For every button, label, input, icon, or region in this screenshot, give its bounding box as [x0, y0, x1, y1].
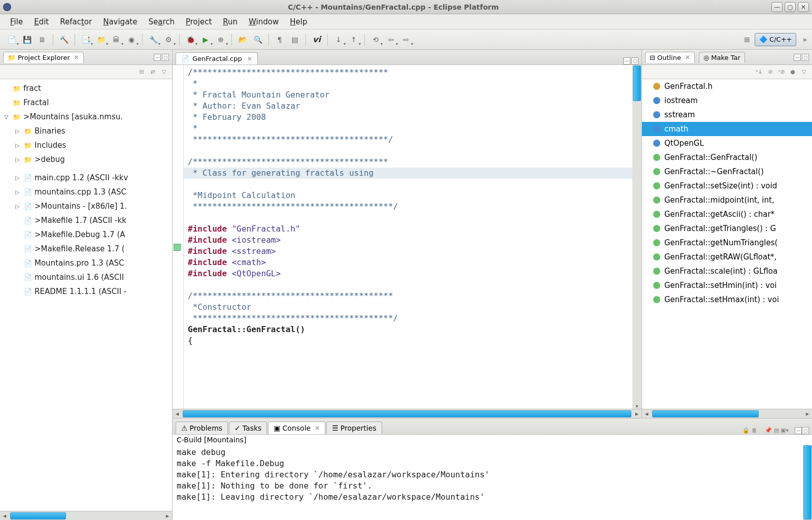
tree-item[interactable]: 📄Mountains.pro 1.3 (ASC: [0, 256, 172, 270]
build-button[interactable]: 🔨: [57, 33, 71, 46]
tree-item[interactable]: ▽📁>Mountains [asuka.nmsu.: [0, 110, 172, 124]
tree-item[interactable]: ▷📁Binaries: [0, 124, 172, 138]
view-menu-icon[interactable]: ▽: [800, 68, 808, 76]
maximize-view-button[interactable]: ▢: [162, 54, 169, 61]
tab-properties[interactable]: ☰ Properties: [326, 421, 382, 434]
lock-icon[interactable]: 🔒: [742, 426, 750, 434]
hide-static-icon[interactable]: ˢ⊘: [777, 68, 786, 76]
editor-tab-genfractal[interactable]: 📄 GenFractal.cpp ✕: [176, 52, 258, 64]
collapse-all-icon[interactable]: ⊟: [138, 68, 146, 76]
menu-search[interactable]: Search: [143, 15, 180, 28]
new-folder-button[interactable]: 📁: [94, 33, 108, 46]
toggle-block-button[interactable]: ▤: [288, 33, 301, 46]
run-button[interactable]: ▶: [199, 33, 212, 46]
code-editor[interactable]: /***************************************…: [184, 65, 632, 409]
editor-gutter[interactable]: [173, 65, 184, 409]
next-annotation-button[interactable]: ↓: [332, 33, 345, 46]
debug-button[interactable]: 🐞: [184, 33, 197, 46]
open-button[interactable]: 📂: [236, 33, 249, 46]
tree-item[interactable]: ▷📄mountains.cpp 1.3 (ASC: [0, 185, 172, 199]
new-source-button[interactable]: ◉: [125, 33, 138, 46]
menu-project[interactable]: Project: [181, 15, 217, 28]
ext-tools-button[interactable]: ⊕: [214, 33, 227, 46]
maximize-button[interactable]: ▢: [785, 2, 796, 12]
project-hscroll[interactable]: ◂ ▸: [0, 511, 172, 520]
pin-icon[interactable]: 📌: [764, 426, 772, 434]
outline-list[interactable]: GenFractal.hiostreamsstreamcmathQtOpenGL…: [642, 79, 812, 409]
new-class-button[interactable]: 🏛: [110, 33, 123, 46]
minimize-button[interactable]: —: [771, 2, 783, 12]
outline-tab[interactable]: ⊟ Outline ✕: [645, 52, 695, 63]
tree-item[interactable]: ▷📁Includes: [0, 138, 172, 152]
project-explorer-tab[interactable]: 📁 Project Explorer ✕: [3, 52, 84, 63]
build-config-button[interactable]: ⚙: [162, 33, 175, 46]
outline-item[interactable]: GenFractal::getRAW(GLfloat*,: [642, 250, 812, 264]
new-file-button[interactable]: 📑: [79, 33, 92, 46]
outline-item[interactable]: GenFractal::setHmax(int) : voi: [642, 292, 812, 307]
sort-icon[interactable]: ᵃ↓: [755, 68, 763, 76]
outline-item[interactable]: GenFractal::getNumTriangles(: [642, 236, 812, 250]
tree-item[interactable]: 📄mountains.ui 1.6 (ASCII: [0, 270, 172, 284]
project-tree-lower[interactable]: ▷📄main.cpp 1.2 (ASCII -kkv▷📄mountains.cp…: [0, 169, 172, 511]
close-icon[interactable]: ✕: [247, 55, 252, 62]
outline-item[interactable]: GenFractal::midpoint(int, int,: [642, 193, 812, 207]
save-all-button[interactable]: 🗎: [36, 33, 49, 46]
last-edit-button[interactable]: ⟲: [369, 33, 382, 46]
minimize-view-button[interactable]: —: [794, 54, 801, 61]
close-icon[interactable]: ✕: [315, 425, 320, 432]
toolbar-chevron-icon[interactable]: »: [802, 36, 807, 44]
perspective-cpp[interactable]: 🔷 C/C++: [755, 33, 796, 46]
minimize-editor-button[interactable]: —: [623, 57, 630, 64]
outline-item[interactable]: GenFractal.h: [642, 79, 812, 93]
tree-item[interactable]: 📁fract: [0, 81, 172, 95]
search-button[interactable]: 🔍: [251, 33, 264, 46]
menu-navigate[interactable]: Navigate: [98, 15, 142, 28]
view-menu-icon[interactable]: ▽: [160, 68, 168, 76]
tree-item[interactable]: 📄>Makefile.Release 1.7 (: [0, 242, 172, 256]
tab-tasks[interactable]: ✓ Tasks: [229, 421, 267, 434]
open-console-icon[interactable]: ▣▾: [781, 426, 789, 434]
minimize-view-button[interactable]: —: [154, 54, 161, 61]
forward-button[interactable]: ⇨: [399, 33, 413, 46]
back-button[interactable]: ⇦: [384, 33, 397, 46]
editor-vscroll[interactable]: ▾: [632, 65, 641, 409]
tree-item[interactable]: 📄README 1.1.1.1 (ASCII -: [0, 284, 172, 299]
tree-item[interactable]: 📄>Makefile 1.7 (ASCII -kk: [0, 213, 172, 228]
minimize-bottom-button[interactable]: —: [795, 427, 802, 434]
close-button[interactable]: ✕: [798, 2, 809, 12]
menu-window[interactable]: Window: [244, 15, 284, 28]
close-icon[interactable]: ✕: [685, 54, 690, 61]
maximize-view-button[interactable]: ▢: [802, 54, 809, 61]
outline-item[interactable]: GenFractal::scale(int) : GLfloa: [642, 264, 812, 278]
outline-item[interactable]: QtOpenGL: [642, 136, 812, 150]
maximize-bottom-button[interactable]: ▢: [802, 427, 809, 434]
tree-item[interactable]: ▷📄>Mountains - [x86/le] 1.: [0, 199, 172, 213]
outline-item[interactable]: GenFractal::setHmin(int) : voi: [642, 278, 812, 292]
new-button[interactable]: 📄: [5, 33, 18, 46]
hide-nonpublic-icon[interactable]: ●: [789, 68, 797, 76]
outline-item[interactable]: GenFractal::getTriangles() : G: [642, 221, 812, 236]
remove-icon[interactable]: 🗑: [750, 426, 758, 434]
menu-file[interactable]: File: [5, 15, 28, 28]
outline-item[interactable]: GenFractal::setSize(int) : void: [642, 179, 812, 193]
menu-run[interactable]: Run: [218, 15, 243, 28]
outline-item[interactable]: GenFractal::getAscii() : char*: [642, 207, 812, 221]
menu-refactor[interactable]: Refactor: [55, 15, 97, 28]
tab-problems[interactable]: ⚠ Problems: [176, 421, 228, 434]
display-icon[interactable]: ▤: [772, 426, 781, 434]
outline-item[interactable]: iostream: [642, 93, 812, 108]
menu-edit[interactable]: Edit: [29, 15, 54, 28]
editor-hscroll[interactable]: ◂ ▸: [173, 409, 641, 418]
open-perspective-button[interactable]: ⊞: [740, 33, 754, 46]
maximize-editor-button[interactable]: ▢: [631, 57, 638, 64]
save-button[interactable]: 💾: [20, 33, 33, 46]
outline-item[interactable]: sstream: [642, 108, 812, 122]
prev-annotation-button[interactable]: ↑: [347, 33, 360, 46]
close-icon[interactable]: ✕: [74, 54, 79, 61]
hide-fields-icon[interactable]: ⊘: [766, 68, 774, 76]
outline-hscroll[interactable]: ◂ ▸: [642, 409, 812, 418]
link-editor-icon[interactable]: ⇄: [149, 68, 157, 76]
tab-console[interactable]: ▣ Console ✕: [268, 421, 325, 434]
tree-item[interactable]: ▷📁>debug: [0, 152, 172, 167]
menu-help[interactable]: Help: [285, 15, 312, 28]
